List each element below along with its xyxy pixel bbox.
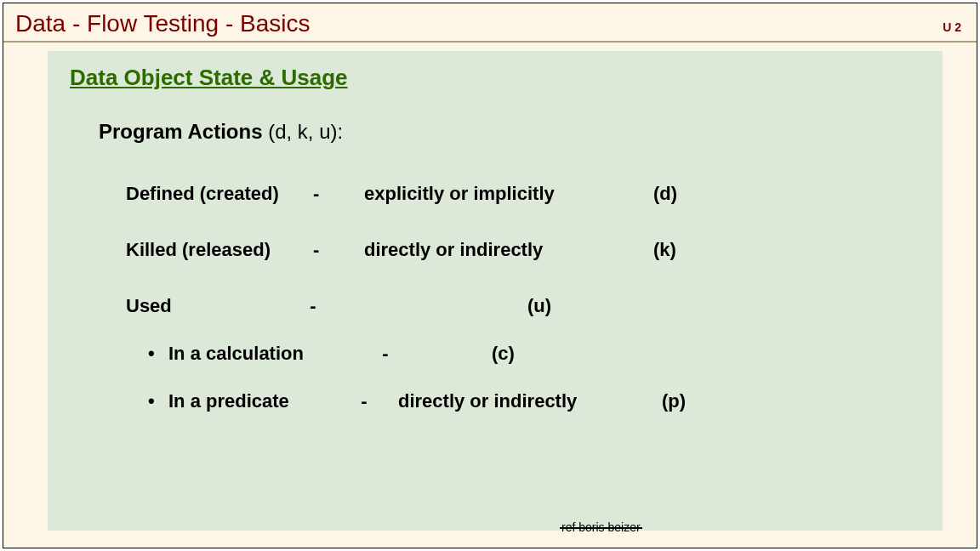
program-actions-heading: Program Actions (d, k, u):: [99, 120, 927, 144]
slide-header: Data - Flow Testing - Basics U 2: [3, 3, 977, 43]
unit-tag: U 2: [943, 19, 965, 34]
slide-title: Data - Flow Testing - Basics: [15, 10, 311, 37]
row-defined: Defined (created) - explicitly or implic…: [126, 183, 927, 205]
bullet-icon: •: [148, 390, 168, 412]
killed-expl: directly or indirectly: [364, 239, 653, 261]
killed-tag: (k): [653, 239, 704, 261]
dash: -: [313, 239, 364, 261]
used-label: Used: [126, 295, 211, 317]
dash: -: [330, 390, 398, 412]
defined-label: Defined (created): [126, 183, 313, 205]
actions-list: Defined (created) - explicitly or implic…: [126, 183, 927, 412]
footer-text: ref boris beizer: [561, 520, 641, 534]
killed-label: Killed (released): [126, 239, 313, 261]
pred-expl: directly or indirectly: [398, 390, 662, 412]
dash: -: [313, 183, 364, 205]
calc-tag: (c): [492, 343, 515, 365]
row-used-calc: • In a calculation - (c): [148, 343, 927, 365]
row-killed: Killed (released) - directly or indirect…: [126, 239, 927, 261]
pred-label: In a predicate: [168, 390, 330, 412]
pred-tag: (p): [662, 390, 713, 412]
row-used-pred: • In a predicate - directly or indirectl…: [148, 390, 927, 412]
bullet-icon: •: [148, 343, 168, 365]
content-panel: Data Object State & Usage Program Action…: [48, 51, 943, 531]
footer-reference: ref boris beizer: [561, 520, 641, 534]
calc-label: In a calculation: [168, 343, 330, 365]
lead-params: (d, k, u):: [268, 120, 343, 143]
dash: -: [211, 295, 415, 317]
defined-expl: explicitly or implicitly: [364, 183, 653, 205]
lead-label: Program Actions: [99, 120, 268, 143]
row-used: Used - (u): [126, 295, 927, 317]
slide: Data - Flow Testing - Basics U 2 Data Ob…: [3, 3, 977, 548]
section-subtitle: Data Object State & Usage: [70, 65, 927, 91]
dash: -: [330, 343, 441, 365]
used-tag: (u): [415, 295, 551, 317]
defined-tag: (d): [653, 183, 704, 205]
